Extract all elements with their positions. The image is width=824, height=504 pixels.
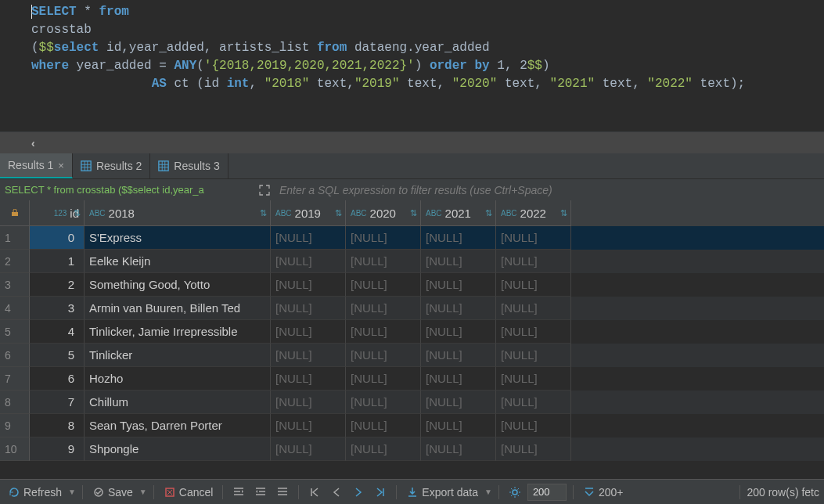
table-row[interactable]: 32Something Good, Yotto[NULL][NULL][NULL… [0, 273, 824, 297]
table-row[interactable]: 21Eelke Kleijn[NULL][NULL][NULL][NULL] [0, 250, 824, 273]
save-button[interactable]: Save [89, 486, 136, 499]
table-cell[interactable]: [NULL] [496, 414, 571, 437]
table-row[interactable]: 109Shpongle[NULL][NULL][NULL][NULL] [0, 437, 824, 461]
table-cell[interactable]: [NULL] [496, 437, 571, 461]
table-cell[interactable]: [NULL] [271, 226, 346, 250]
row-number[interactable]: 10 [0, 437, 30, 461]
table-cell[interactable]: [NULL] [496, 344, 571, 367]
table-cell[interactable]: Hozho [85, 367, 271, 391]
column-header-2020[interactable]: ABC 2020 ⇅ [346, 200, 421, 226]
sort-icon[interactable]: ⇅ [560, 208, 567, 218]
table-cell[interactable]: Tinlicker, Jamie Irrepressible [85, 320, 271, 344]
table-row[interactable]: 54Tinlicker, Jamie Irrepressible[NULL][N… [0, 320, 824, 344]
table-cell[interactable]: [NULL] [346, 414, 421, 437]
row-number[interactable]: 8 [0, 391, 30, 414]
table-cell[interactable]: 0 [30, 226, 85, 250]
table-cell[interactable]: Sean Tyas, Darren Porter [85, 414, 271, 437]
settings-button[interactable] [506, 486, 524, 499]
table-cell[interactable]: [NULL] [496, 367, 571, 391]
table-cell[interactable]: S'Express [85, 226, 271, 250]
align-button[interactable] [273, 486, 292, 499]
table-cell[interactable]: [NULL] [421, 226, 496, 250]
table-cell[interactable]: [NULL] [346, 320, 421, 344]
table-cell[interactable]: Armin van Buuren, Billen Ted [85, 297, 271, 320]
table-cell[interactable]: [NULL] [421, 297, 496, 320]
column-header-2019[interactable]: ABC 2019 ⇅ [271, 200, 346, 226]
table-cell[interactable]: [NULL] [496, 320, 571, 344]
table-cell[interactable]: [NULL] [346, 226, 421, 250]
table-cell[interactable]: [NULL] [496, 226, 571, 250]
back-chevron-icon[interactable]: ‹ [31, 137, 35, 149]
filter-input[interactable]: Enter a SQL expression to filter results… [275, 184, 824, 196]
dropdown-icon[interactable]: ▼ [139, 488, 147, 496]
table-cell[interactable]: [NULL] [346, 391, 421, 414]
row-number[interactable]: 4 [0, 297, 30, 320]
table-cell[interactable]: [NULL] [421, 344, 496, 367]
table-cell[interactable]: 8 [30, 414, 85, 437]
row-number[interactable]: 3 [0, 273, 30, 297]
row-number[interactable]: 6 [0, 344, 30, 367]
corner-cell[interactable] [0, 200, 30, 226]
indent-button[interactable] [229, 486, 248, 499]
row-number[interactable]: 1 [0, 226, 30, 250]
table-row[interactable]: 10S'Express[NULL][NULL][NULL][NULL] [0, 226, 824, 250]
last-page-button[interactable] [371, 486, 390, 499]
table-cell[interactable]: [NULL] [421, 250, 496, 273]
column-header-2018[interactable]: ABC 2018 ⇅ [85, 200, 271, 226]
table-row[interactable]: 98Sean Tyas, Darren Porter[NULL][NULL][N… [0, 414, 824, 437]
table-cell[interactable]: [NULL] [271, 414, 346, 437]
table-cell[interactable]: [NULL] [421, 367, 496, 391]
table-cell[interactable]: [NULL] [346, 273, 421, 297]
table-cell[interactable]: Tinlicker [85, 344, 271, 367]
row-number[interactable]: 9 [0, 414, 30, 437]
sort-icon[interactable]: ⇅ [485, 208, 492, 218]
refresh-button[interactable]: Refresh [5, 486, 65, 499]
page-size-input[interactable] [527, 484, 567, 501]
table-cell[interactable]: Eelke Kleijn [85, 250, 271, 273]
tab-results-2[interactable]: Results 2 [73, 153, 150, 178]
table-row[interactable]: 43Armin van Buuren, Billen Ted[NULL][NUL… [0, 297, 824, 320]
sort-icon[interactable]: ⇅ [410, 208, 417, 218]
dropdown-icon[interactable]: ▼ [68, 488, 76, 496]
table-cell[interactable]: [NULL] [346, 250, 421, 273]
column-header-2022[interactable]: ABC 2022 ⇅ [496, 200, 571, 226]
table-cell[interactable]: [NULL] [346, 297, 421, 320]
table-cell[interactable]: [NULL] [346, 437, 421, 461]
table-cell[interactable]: [NULL] [271, 391, 346, 414]
table-cell[interactable]: [NULL] [496, 273, 571, 297]
table-cell[interactable]: [NULL] [496, 297, 571, 320]
row-number[interactable]: 2 [0, 250, 30, 273]
dropdown-icon[interactable]: ▼ [484, 488, 492, 496]
table-cell[interactable]: 5 [30, 344, 85, 367]
table-cell[interactable]: 2 [30, 273, 85, 297]
table-cell[interactable]: [NULL] [496, 250, 571, 273]
cancel-button[interactable]: Cancel [160, 486, 217, 499]
table-cell[interactable]: Chillum [85, 391, 271, 414]
table-cell[interactable]: [NULL] [346, 367, 421, 391]
outdent-button[interactable] [251, 486, 270, 499]
table-row[interactable]: 87Chillum[NULL][NULL][NULL][NULL] [0, 391, 824, 414]
tab-results-3[interactable]: Results 3 [150, 153, 228, 178]
table-cell[interactable]: [NULL] [271, 297, 346, 320]
table-cell[interactable]: [NULL] [421, 320, 496, 344]
sort-icon[interactable]: ⇅ [260, 208, 267, 218]
table-cell[interactable]: 6 [30, 367, 85, 391]
table-cell[interactable]: [NULL] [271, 437, 346, 461]
table-row[interactable]: 65Tinlicker[NULL][NULL][NULL][NULL] [0, 344, 824, 367]
table-cell[interactable]: [NULL] [421, 437, 496, 461]
expand-icon[interactable] [254, 180, 275, 200]
first-page-button[interactable] [305, 486, 324, 499]
table-cell[interactable]: 4 [30, 320, 85, 344]
close-icon[interactable]: × [58, 160, 64, 171]
table-cell[interactable]: [NULL] [271, 344, 346, 367]
table-cell[interactable]: 3 [30, 297, 85, 320]
fetch-more-button[interactable]: 200+ [580, 486, 627, 499]
table-cell[interactable]: [NULL] [421, 273, 496, 297]
sql-preview[interactable]: SELECT * from crosstab ($$select id,year… [0, 184, 254, 196]
sql-editor[interactable]: SELECT * from crosstab ($$select id,year… [0, 0, 824, 131]
table-cell[interactable]: Shpongle [85, 437, 271, 461]
sort-icon[interactable]: ⇅ [335, 208, 342, 218]
sort-icon[interactable]: ⇅ [74, 208, 81, 218]
table-cell[interactable]: [NULL] [271, 273, 346, 297]
table-cell[interactable]: Something Good, Yotto [85, 273, 271, 297]
